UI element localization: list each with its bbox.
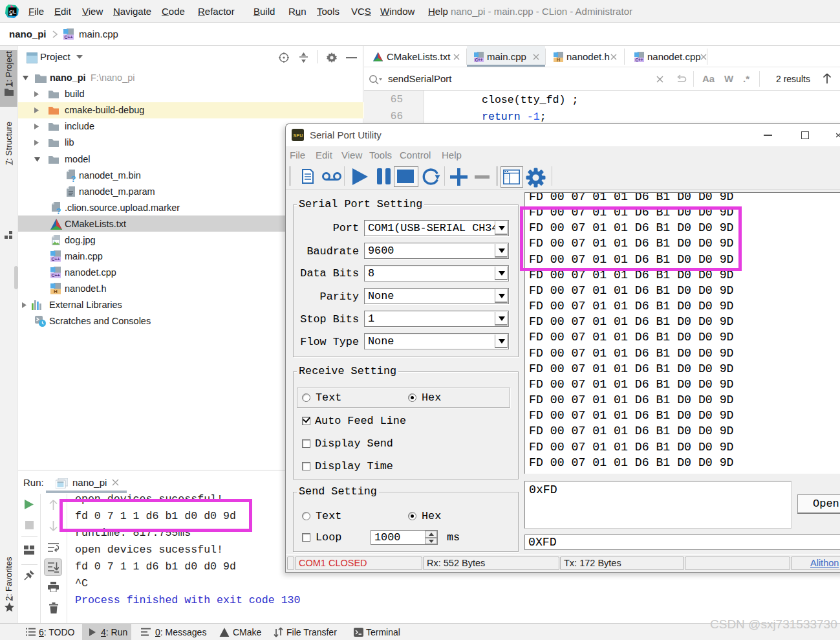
svg-text:?: ?: [71, 174, 76, 183]
svg-text:C++: C++: [635, 58, 643, 62]
svg-text:H: H: [557, 57, 560, 62]
svg-text:C++: C++: [52, 256, 61, 262]
svg-text:CL: CL: [9, 9, 16, 15]
svg-text:C++: C++: [52, 272, 61, 278]
svg-text:C++: C++: [475, 58, 482, 62]
svg-text:C++: C++: [65, 34, 74, 40]
svg-text:?: ?: [56, 206, 61, 215]
svg-text:H: H: [54, 289, 58, 294]
